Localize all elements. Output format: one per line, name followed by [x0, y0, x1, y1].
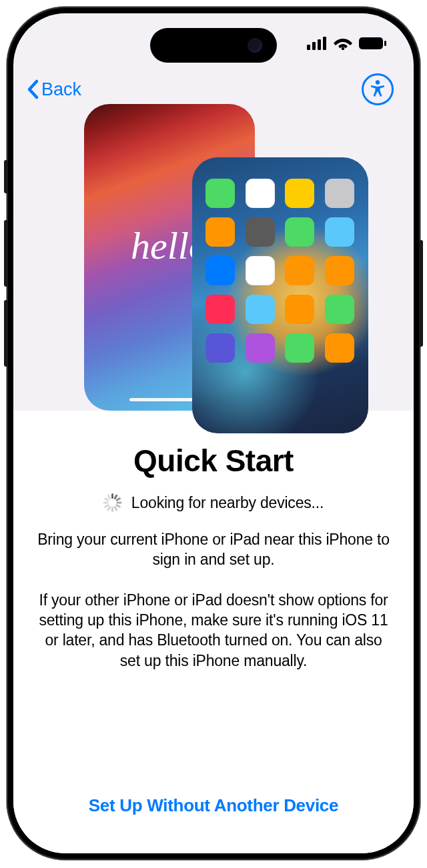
body-text-primary: Bring your current iPhone or iPad near t…	[33, 529, 394, 570]
app-icon	[285, 217, 314, 247]
hero-illustration: hello	[13, 104, 414, 411]
app-icon	[205, 333, 235, 363]
app-icon	[285, 333, 314, 363]
accessibility-button[interactable]	[362, 73, 394, 105]
app-icon	[325, 333, 354, 363]
app-icon	[205, 295, 235, 324]
volume-down-button	[4, 300, 8, 367]
svg-rect-5	[359, 37, 383, 49]
app-icon	[285, 295, 314, 324]
svg-rect-0	[307, 45, 310, 50]
nav-bar: Back	[13, 69, 414, 109]
accessibility-icon	[368, 78, 388, 101]
app-icon	[205, 256, 235, 285]
app-icon	[325, 295, 354, 324]
setup-without-device-link[interactable]: Set Up Without Another Device	[89, 795, 338, 816]
side-button	[419, 240, 423, 347]
screen: Back hello Quick Start	[13, 13, 414, 853]
volume-up-button	[4, 220, 8, 287]
svg-rect-3	[323, 37, 326, 50]
app-icon	[246, 295, 275, 324]
app-icon	[325, 217, 354, 247]
content-panel: Quick Start Looking for nearby devices..…	[13, 411, 414, 853]
svg-point-4	[342, 47, 344, 50]
status-text: Looking for nearby devices...	[131, 494, 324, 512]
app-grid	[205, 179, 355, 363]
spinner-icon	[103, 493, 122, 512]
app-icon	[285, 179, 314, 208]
apps-phone	[192, 157, 368, 433]
mute-switch	[4, 160, 8, 193]
page-title: Quick Start	[133, 443, 294, 479]
svg-rect-2	[318, 39, 321, 50]
app-icon	[246, 217, 275, 247]
svg-point-7	[376, 80, 380, 84]
wifi-icon	[334, 37, 352, 53]
app-icon	[205, 217, 235, 247]
app-icon	[205, 179, 235, 208]
body-text-secondary: If your other iPhone or iPad doesn't sho…	[33, 590, 394, 671]
app-icon	[325, 179, 354, 208]
battery-icon	[359, 37, 387, 53]
back-button[interactable]: Back	[25, 79, 81, 100]
app-icon	[246, 179, 275, 208]
dynamic-island	[150, 28, 277, 63]
chevron-left-icon	[25, 79, 40, 100]
status-row: Looking for nearby devices...	[103, 493, 324, 512]
phone-frame: Back hello Quick Start	[7, 7, 420, 860]
app-icon	[285, 256, 314, 285]
app-icon	[246, 333, 275, 363]
cellular-icon	[307, 37, 327, 53]
svg-rect-6	[384, 41, 386, 46]
app-icon	[325, 256, 354, 285]
app-icon	[246, 256, 275, 285]
svg-rect-1	[312, 42, 316, 50]
back-label: Back	[41, 79, 81, 100]
